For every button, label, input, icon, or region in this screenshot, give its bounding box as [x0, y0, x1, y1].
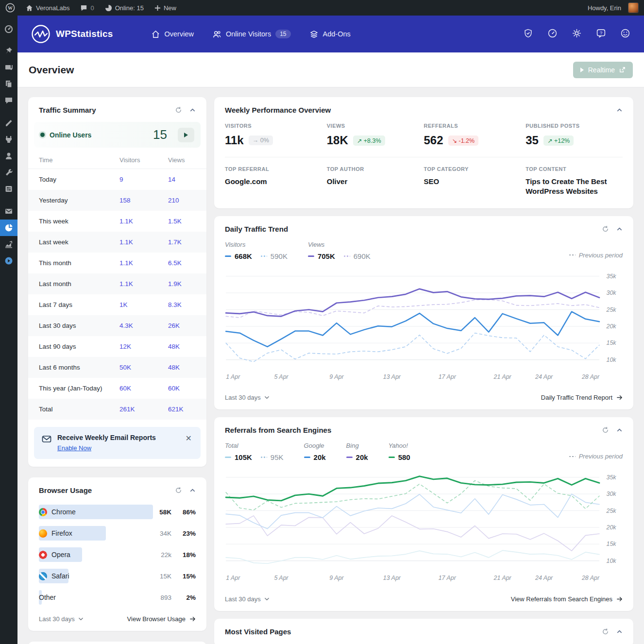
sidebar-item-users[interactable] — [0, 148, 17, 164]
views-value-link[interactable]: 1.7K — [168, 238, 182, 246]
row-time-label: Last 7 days — [39, 301, 119, 308]
sidebar-item-appearance[interactable] — [0, 115, 17, 131]
browser-row-chrome[interactable]: Chrome58K86% — [28, 501, 206, 523]
sidebar-item-mail[interactable] — [0, 203, 17, 220]
refresh-icon[interactable] — [175, 487, 182, 494]
date-range-selector[interactable]: Last 30 days — [39, 615, 84, 623]
view-referrals-link[interactable]: View Referrals from Search Engines — [511, 595, 623, 603]
account-menu[interactable]: Howdy, Erin — [582, 0, 644, 16]
sidebar-item-analytics[interactable] — [0, 236, 17, 253]
legend-entry[interactable]: 668K — [225, 252, 252, 260]
browser-row-firefox[interactable]: Firefox34K23% — [28, 523, 206, 544]
sidebar-item-comments[interactable] — [0, 92, 17, 109]
new-menu[interactable]: New — [149, 0, 182, 16]
browser-row-safari[interactable]: Safari15K15% — [28, 565, 206, 587]
nav-item-add-ons[interactable]: Add-Ons — [309, 30, 351, 39]
visitors-value-link[interactable]: 9 — [119, 176, 123, 183]
refresh-icon[interactable] — [602, 426, 609, 434]
visitors-value-link[interactable]: 60K — [119, 385, 131, 392]
page-title: Overview — [29, 64, 74, 76]
visitors-value-link[interactable]: 158 — [119, 197, 131, 204]
date-range-selector[interactable]: Last 30 days — [225, 394, 270, 401]
visitors-value-link[interactable]: 261K — [119, 406, 135, 413]
sidebar-item-video-play[interactable] — [0, 253, 17, 269]
legend-entry[interactable]: 105K — [225, 453, 252, 461]
x-axis-tick-label: 21 Apr — [493, 373, 512, 380]
views-value-link[interactable]: 621K — [168, 406, 184, 413]
legend-entry[interactable]: 20k — [304, 453, 326, 461]
refresh-icon[interactable] — [602, 225, 609, 233]
top-top-content: TOP CONTENTTips to Create The Best WordP… — [525, 166, 623, 197]
views-value-link[interactable]: 1.9K — [168, 280, 182, 288]
views-value-link[interactable]: 210 — [168, 197, 179, 204]
views-value-link[interactable]: 8.3K — [168, 301, 182, 308]
sidebar-item-pages[interactable] — [0, 76, 17, 92]
browser-row-opera[interactable]: Opera22k18% — [28, 544, 206, 565]
header-action-settings-gear[interactable] — [572, 28, 582, 40]
brand[interactable]: WPStatistics — [31, 24, 113, 44]
legend-entry[interactable]: 705K — [308, 252, 335, 260]
legend-entry[interactable]: 590K — [261, 252, 288, 260]
views-value-link[interactable]: 26K — [168, 322, 180, 329]
sidebar-item-pin-posts[interactable] — [0, 43, 17, 59]
header-action-help-bubble[interactable]: ? — [596, 28, 606, 40]
sidebar-item-tools[interactable] — [0, 164, 17, 181]
visitors-value-link[interactable]: 1.1K — [119, 280, 133, 288]
legend-marker — [344, 255, 350, 257]
sidebar-item-settings[interactable] — [0, 181, 17, 197]
site-name-menu[interactable]: VeronaLabs — [20, 0, 75, 16]
sidebar-item-plugins[interactable] — [0, 131, 17, 148]
views-value-link[interactable]: 60K — [168, 385, 180, 392]
header-action-feedback-smiley[interactable] — [620, 28, 630, 40]
browser-row-other[interactable]: Other8932% — [28, 587, 206, 608]
visitors-value-link[interactable]: 1.1K — [119, 238, 133, 246]
views-value-link[interactable]: 14 — [168, 176, 175, 183]
legend-entry[interactable]: 95K — [261, 453, 284, 461]
nav-item-online-visitors[interactable]: Online Visitors15 — [212, 30, 291, 39]
views-value-link[interactable]: 1.5K — [168, 218, 182, 225]
comments-menu[interactable]: 0 — [75, 0, 99, 16]
enable-now-link[interactable]: Enable Now — [57, 444, 91, 452]
visitors-value-link[interactable]: 1K — [119, 301, 128, 308]
collapse-chevron-icon[interactable] — [616, 226, 623, 232]
report-link-label: Daily Traffic Trend Report — [541, 394, 612, 401]
collapse-chevron-icon[interactable] — [189, 487, 196, 493]
collapse-chevron-icon[interactable] — [616, 107, 623, 113]
sidebar-item-dashboard[interactable] — [0, 20, 17, 37]
realtime-button[interactable]: Realtime — [573, 62, 633, 78]
sidebar-item-statistics-pie[interactable] — [0, 220, 17, 236]
refresh-icon[interactable] — [602, 628, 609, 635]
most-visited-pages-title: Most Visited Pages — [225, 627, 291, 636]
view-browser-usage-link[interactable]: View Browser Usage — [127, 615, 196, 623]
sidebar-item-media[interactable] — [0, 59, 17, 76]
legend-entry[interactable]: 690K — [344, 252, 371, 260]
legend-entry[interactable]: 580 — [389, 453, 410, 461]
collapse-chevron-icon[interactable] — [616, 427, 623, 433]
views-value-link[interactable]: 48K — [168, 343, 180, 350]
visitors-value-link[interactable]: 12K — [119, 343, 131, 350]
series-views-previous — [226, 299, 599, 317]
header-action-performance-gauge[interactable] — [547, 28, 558, 40]
online-users-play-button[interactable] — [178, 128, 194, 142]
external-link-icon — [619, 67, 626, 73]
header-action-privacy-shield[interactable] — [523, 28, 533, 40]
legend-entry[interactable]: 20k — [346, 453, 368, 461]
collapse-chevron-icon[interactable] — [616, 628, 623, 635]
arrow-right-icon — [616, 394, 623, 401]
collapse-chevron-icon[interactable] — [189, 107, 196, 113]
visitors-value-link[interactable]: 1.1K — [119, 259, 133, 267]
visitors-value-link[interactable]: 4.3K — [119, 322, 133, 329]
wordpress-logo-menu[interactable]: W — [0, 0, 20, 16]
x-axis-tick-label: 13 Apr — [383, 373, 401, 380]
top-top-referral: TOP REFERRALGoogle.com — [225, 166, 327, 197]
online-menu[interactable]: Online: 15 — [100, 0, 149, 16]
date-range-selector[interactable]: Last 30 days — [225, 595, 270, 603]
nav-item-overview[interactable]: Overview — [151, 30, 194, 39]
visitors-value-link[interactable]: 1.1K — [119, 218, 133, 225]
close-icon[interactable]: ✕ — [185, 434, 193, 443]
visitors-value-link[interactable]: 50K — [119, 364, 131, 371]
refresh-icon[interactable] — [175, 106, 182, 114]
views-value-link[interactable]: 48K — [168, 364, 180, 371]
views-value-link[interactable]: 6.5K — [168, 259, 182, 267]
daily-traffic-report-link[interactable]: Daily Traffic Trend Report — [541, 394, 623, 401]
